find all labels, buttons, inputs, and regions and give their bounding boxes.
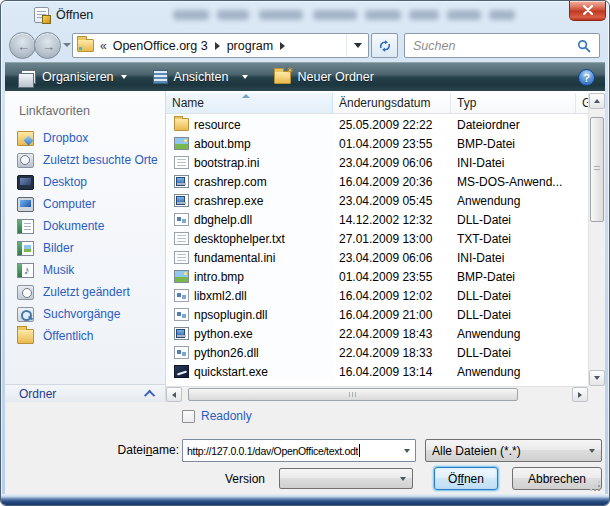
dialog-content: Linkfavoriten Dropbox Zuletzt besuchte O… [5, 91, 605, 402]
image-file-icon [174, 137, 189, 150]
organize-label: Organisieren [42, 70, 114, 84]
breadcrumb[interactable]: « OpenOffice.org 3 program [72, 33, 369, 58]
file-row-about-bmp[interactable]: about.bmp 01.04.2009 23:55 BMP-Datei [166, 134, 588, 153]
navigation-history-dropdown[interactable] [63, 43, 71, 47]
back-button[interactable]: ← [9, 32, 36, 59]
column-header-size[interactable]: G [576, 93, 588, 113]
filetype-value: Alle Dateien (*.*) [432, 444, 589, 458]
forward-arrow-icon: → [42, 40, 55, 53]
folders-expander[interactable]: Ordner [5, 384, 165, 402]
chevron-right-icon[interactable] [280, 42, 285, 50]
filename-dropdown-button[interactable] [399, 449, 415, 453]
window-bottom-frame [1, 494, 609, 506]
vertical-scrollbar[interactable] [588, 93, 605, 386]
quickstart-file-icon [174, 365, 189, 378]
chevron-down-icon [589, 449, 595, 453]
dll-file-icon [174, 289, 189, 302]
sidebar-item-music[interactable]: Musik [5, 259, 165, 281]
readonly-label[interactable]: Readonly [201, 409, 252, 423]
scroll-down-button[interactable] [589, 370, 605, 386]
file-row-crashrep-com[interactable]: crashrep.com 16.04.2009 20:36 MS-DOS-Anw… [166, 172, 588, 191]
image-file-icon [174, 270, 189, 283]
sidebar-item-recently-changed[interactable]: Zuletzt geändert [5, 281, 165, 303]
file-row-resource[interactable]: resource 25.05.2009 22:22 Dateiordner [166, 115, 588, 134]
desktop-icon [17, 175, 34, 190]
organize-button[interactable]: Organisieren [15, 67, 133, 87]
close-button[interactable] [569, 1, 606, 21]
column-header-row: Name Änderungsdatum Typ G [166, 93, 588, 114]
file-row-npsoplugin-dll[interactable]: npsoplugin.dll 16.04.2009 21:00 DLL-Date… [166, 305, 588, 324]
column-header-modified[interactable]: Änderungsdatum [333, 93, 451, 113]
app-file-icon [174, 175, 189, 188]
navigation-pane: Linkfavoriten Dropbox Zuletzt besuchte O… [5, 91, 166, 402]
search-icon[interactable] [577, 39, 591, 53]
file-row-python26-dll[interactable]: python26.dll 22.04.2009 18:33 DLL-Datei [166, 343, 588, 362]
file-row-crashrep-exe[interactable]: crashrep.exe 23.04.2009 05:45 Anwendung [166, 191, 588, 210]
resize-grip[interactable] [590, 481, 600, 491]
dll-file-icon [174, 213, 189, 226]
search-input[interactable]: Suchen [404, 33, 600, 58]
help-button[interactable]: ? [578, 69, 595, 86]
scroll-right-button[interactable] [572, 387, 588, 402]
sidebar-item-public-folder[interactable]: Öffentlich [5, 325, 165, 347]
chevron-down-icon [121, 75, 127, 79]
file-row-bootstrap-ini[interactable]: bootstrap.ini 23.04.2009 06:06 INI-Datei [166, 153, 588, 172]
breadcrumb-segment-program[interactable]: program [227, 39, 274, 53]
background-menu-blur [489, 10, 515, 20]
recent-places-icon [17, 153, 34, 168]
sidebar-item-searches[interactable]: Suchvorgänge [5, 303, 165, 325]
version-select[interactable] [279, 468, 413, 489]
new-folder-button[interactable]: Neuer Ordner [268, 67, 379, 87]
back-arrow-icon: ← [17, 40, 30, 53]
filetype-select[interactable]: Alle Dateien (*.*) [425, 439, 602, 462]
chevron-right-icon[interactable] [215, 42, 220, 50]
title-bar[interactable]: Öffnen [1, 1, 609, 29]
file-row-fundamental-ini[interactable]: fundamental.ini 23.04.2009 06:06 INI-Dat… [166, 248, 588, 267]
cancel-button[interactable]: Abbrechen [512, 467, 602, 490]
vertical-scroll-thumb[interactable] [590, 117, 604, 222]
dll-file-icon [174, 346, 189, 359]
breadcrumb-overflow-chevron[interactable]: « [100, 39, 107, 53]
horizontal-scroll-thumb[interactable] [188, 388, 518, 401]
background-menu-blur [173, 10, 209, 20]
horizontal-scrollbar[interactable] [166, 386, 588, 402]
views-button[interactable]: Ansichten [147, 67, 255, 87]
dropbox-folder-icon [17, 131, 34, 146]
sidebar-item-desktop[interactable]: Desktop [5, 171, 165, 193]
breadcrumb-segment-openoffice[interactable]: OpenOffice.org 3 [113, 39, 208, 53]
background-menu-blur [259, 10, 303, 20]
forward-button[interactable]: → [34, 32, 61, 59]
file-row-intro-bmp[interactable]: intro.bmp 01.04.2009 23:55 BMP-Datei [166, 267, 588, 286]
scrollbar-corner [588, 386, 605, 402]
address-dropdown-button[interactable] [346, 34, 368, 57]
sidebar-item-documents[interactable]: Dokumente [5, 215, 165, 237]
chevron-down-icon [354, 43, 362, 48]
filename-input[interactable]: http://127.0.0.1/dav/OpenOffice/text.odt [182, 439, 416, 462]
file-row-python-exe[interactable]: python.exe 22.04.2009 18:43 Anwendung [166, 324, 588, 343]
column-header-name[interactable]: Name [166, 93, 333, 113]
file-row-dbghelp-dll[interactable]: dbghelp.dll 14.12.2002 12:32 DLL-Datei [166, 210, 588, 229]
music-icon [17, 263, 34, 278]
file-row-desktophelper-txt[interactable]: desktophelper.txt 27.01.2009 13:00 TXT-D… [166, 229, 588, 248]
scroll-left-button[interactable] [166, 387, 182, 402]
sidebar-item-recent-places[interactable]: Zuletzt besuchte Orte [5, 149, 165, 171]
chevron-down-icon [404, 449, 410, 453]
file-row-libxml2-dll[interactable]: libxml2.dll 16.04.2009 12:02 DLL-Datei [166, 286, 588, 305]
chevron-down-icon [400, 477, 406, 481]
sidebar-item-pictures[interactable]: Bilder [5, 237, 165, 259]
app-file-icon [174, 327, 189, 340]
address-bar: ← → « OpenOffice.org 3 program Suchen [1, 29, 609, 62]
dialog-icon [34, 7, 49, 23]
background-menu-blur [313, 10, 357, 20]
triangle-left-icon [172, 392, 176, 398]
open-button[interactable]: Öffnen [434, 467, 498, 490]
dialog-footer: Readonly Dateiname: http://127.0.0.1/dav… [5, 402, 605, 494]
filename-value: http://127.0.0.1/dav/OpenOffice/text.odt [187, 445, 358, 457]
refresh-button[interactable] [371, 33, 398, 58]
readonly-checkbox[interactable] [182, 410, 195, 423]
sidebar-item-computer[interactable]: Computer [5, 193, 165, 215]
sidebar-item-dropbox-folder[interactable]: Dropbox [5, 127, 165, 149]
scroll-up-button[interactable] [589, 93, 605, 109]
column-header-type[interactable]: Typ [451, 93, 576, 113]
file-row-quickstart-exe[interactable]: quickstart.exe 16.04.2009 13:14 Anwendun… [166, 362, 588, 381]
